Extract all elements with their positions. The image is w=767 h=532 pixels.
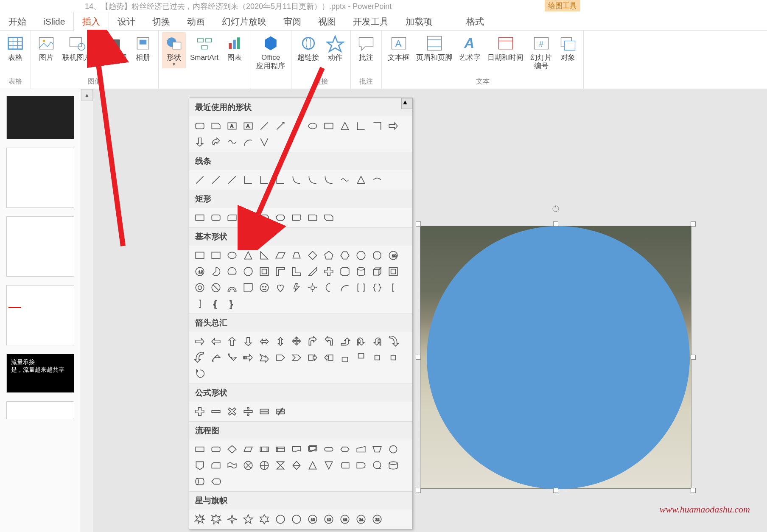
shape-left-bracket[interactable] bbox=[387, 281, 400, 294]
shape-arrow-bent-l[interactable] bbox=[322, 335, 335, 348]
shape-fc-stored[interactable] bbox=[339, 459, 351, 472]
shape-arrow-striped-r[interactable] bbox=[242, 351, 255, 364]
shape-plus[interactable] bbox=[193, 405, 206, 418]
shape-arc-2[interactable] bbox=[339, 281, 351, 294]
shape-diamond[interactable] bbox=[306, 249, 319, 262]
object-button[interactable]: 对象 bbox=[556, 32, 580, 64]
slide-thumb-5[interactable]: 流量承接是，流量越来越共享 bbox=[6, 354, 74, 393]
shape-star10[interactable]: 10 bbox=[306, 513, 319, 526]
slide-thumb-4[interactable] bbox=[6, 285, 74, 345]
shape-fc-connector[interactable] bbox=[387, 443, 400, 456]
shape-elbow-arrow[interactable] bbox=[371, 120, 384, 132]
shape-explosion1[interactable] bbox=[193, 513, 206, 526]
shape-line[interactable] bbox=[258, 120, 271, 132]
tab-insert[interactable]: 插入 bbox=[73, 12, 109, 31]
shape-arrow-l[interactable] bbox=[210, 335, 222, 348]
shape-star7[interactable] bbox=[274, 513, 287, 526]
shape-arrow-line[interactable] bbox=[274, 120, 287, 132]
shape-arrow-lr[interactable] bbox=[258, 335, 271, 348]
shape-arrow-ud[interactable] bbox=[274, 335, 287, 348]
shape-star8[interactable] bbox=[290, 513, 303, 526]
shape-line-5[interactable] bbox=[258, 174, 271, 186]
shape-arrow-down[interactable] bbox=[193, 136, 206, 148]
shape-line-10[interactable] bbox=[339, 174, 351, 186]
shape-rect[interactable] bbox=[322, 120, 335, 132]
shape-rect-6[interactable] bbox=[274, 211, 287, 224]
shape-fc-manual-op[interactable] bbox=[371, 443, 384, 456]
slide-thumb-1[interactable] bbox=[6, 96, 74, 139]
shape-arrow-d[interactable] bbox=[242, 335, 255, 348]
tab-view[interactable]: 视图 bbox=[310, 12, 344, 31]
shape-arrow-bent-u[interactable] bbox=[339, 335, 351, 348]
shape-chord[interactable] bbox=[226, 265, 238, 278]
shape-textbox-h[interactable] bbox=[193, 249, 206, 262]
table-button[interactable]: 表格 bbox=[3, 32, 27, 64]
tab-developer[interactable]: 开发工具 bbox=[344, 12, 397, 31]
shape-double-arrow[interactable] bbox=[290, 120, 303, 132]
shape-smiley[interactable] bbox=[258, 281, 271, 294]
shape-fc-sum[interactable] bbox=[242, 459, 255, 472]
shape-donut[interactable] bbox=[193, 281, 206, 294]
shape-arrow-curved-r[interactable] bbox=[387, 335, 400, 348]
shape-rect-9[interactable] bbox=[322, 211, 335, 224]
shape-arrow-quad[interactable] bbox=[290, 335, 303, 348]
album-button[interactable]: 相册 bbox=[131, 32, 155, 64]
blue-oval-shape[interactable] bbox=[427, 226, 690, 489]
shape-fc-delay[interactable] bbox=[355, 459, 367, 472]
slide-thumbnails-panel[interactable]: 流量承接是，流量越来越共享 bbox=[0, 89, 81, 532]
shape-cross[interactable] bbox=[322, 265, 335, 278]
shape-fc-multidoc[interactable] bbox=[306, 443, 319, 456]
shape-rect-2[interactable] bbox=[210, 211, 222, 224]
shape-star24[interactable]: 24 bbox=[355, 513, 367, 526]
thumb-scroll[interactable]: ▲ bbox=[81, 89, 93, 532]
chart-button[interactable]: 图表 bbox=[223, 32, 246, 64]
shape-arrow-pentagon[interactable] bbox=[274, 351, 287, 364]
shape-fc-merge[interactable] bbox=[322, 459, 335, 472]
shape-star16[interactable]: 16 bbox=[339, 513, 351, 526]
shape-decagon[interactable]: 10 bbox=[387, 249, 400, 262]
shape-fc-predefined[interactable] bbox=[258, 443, 271, 456]
shape-equal[interactable] bbox=[258, 405, 271, 418]
shape-fc-process[interactable] bbox=[193, 443, 206, 456]
tab-design[interactable]: 设计 bbox=[109, 12, 144, 31]
shape-can[interactable] bbox=[355, 265, 367, 278]
shape-arc[interactable] bbox=[242, 136, 255, 148]
textbox-button[interactable]: A 文本框 bbox=[385, 32, 412, 64]
dropdown-scroll-up[interactable]: ▲ bbox=[401, 98, 412, 109]
office-apps-button[interactable]: Office 应用程序 bbox=[254, 32, 288, 73]
shape-rect-4[interactable] bbox=[242, 211, 255, 224]
shape-star32[interactable]: 32 bbox=[371, 513, 384, 526]
shape-divide[interactable] bbox=[242, 405, 255, 418]
shape-arrow-circular[interactable] bbox=[193, 367, 206, 380]
slide-number-button[interactable]: # 幻灯片 编号 bbox=[528, 32, 554, 73]
shape-bevel[interactable] bbox=[387, 265, 400, 278]
shape-right-triangle[interactable] bbox=[258, 249, 271, 262]
shape-arrow-bent-r[interactable] bbox=[306, 335, 319, 348]
shape-line-1[interactable] bbox=[193, 174, 206, 186]
shape-half-frame[interactable] bbox=[274, 265, 287, 278]
shape-fc-sort[interactable] bbox=[290, 459, 303, 472]
shape-no-symbol[interactable] bbox=[210, 281, 222, 294]
shape-line-12[interactable] bbox=[371, 174, 384, 186]
shape-teardrop[interactable] bbox=[242, 265, 255, 278]
slide-thumb-2[interactable] bbox=[6, 148, 74, 208]
shape-textbox[interactable]: A bbox=[226, 120, 238, 132]
shape-not-equal[interactable] bbox=[274, 405, 287, 418]
shape-star6[interactable] bbox=[258, 513, 271, 526]
online-picture-button[interactable]: 联机图片 bbox=[60, 32, 94, 64]
shape-rect-3[interactable] bbox=[226, 211, 238, 224]
shape-arrow-callout-quad[interactable] bbox=[387, 351, 400, 364]
shape-right-brace[interactable]: } bbox=[226, 297, 238, 310]
shape-fc-tape[interactable] bbox=[226, 459, 238, 472]
action-button[interactable]: 动作 bbox=[323, 32, 347, 64]
shape-squiggle[interactable] bbox=[226, 136, 238, 148]
shape-fc-data[interactable] bbox=[242, 443, 255, 456]
shape-triangle[interactable] bbox=[339, 120, 351, 132]
shape-arrow-u[interactable] bbox=[226, 335, 238, 348]
shape-line-4[interactable] bbox=[242, 174, 255, 186]
shape-star12[interactable]: 12 bbox=[322, 513, 335, 526]
shape-arrow-callout-r[interactable] bbox=[306, 351, 319, 364]
shape-fc-document[interactable] bbox=[290, 443, 303, 456]
scroll-up-icon[interactable]: ▲ bbox=[81, 89, 93, 101]
shape-fc-decision[interactable] bbox=[226, 443, 238, 456]
